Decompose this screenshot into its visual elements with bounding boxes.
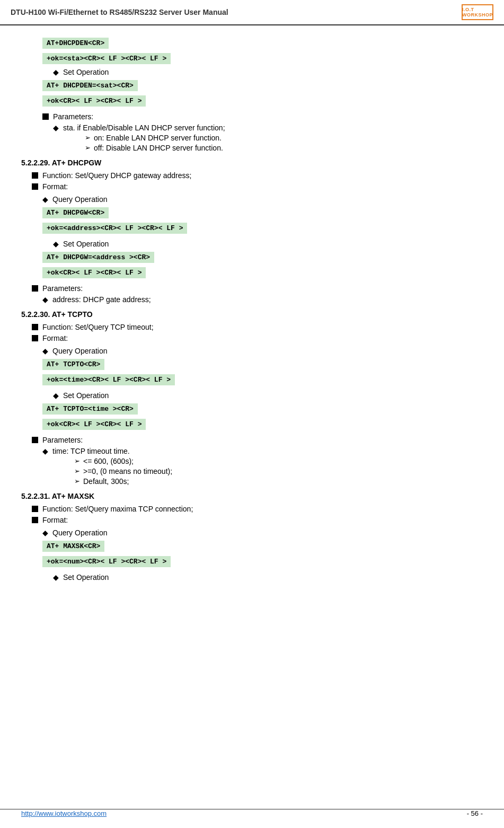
s5230-params-label: Parameters: [42, 436, 83, 444]
s5229-function: Function: Set/Query DHCP gateway address… [32, 171, 483, 180]
s5229-set-op-bullet: ◆ Set Operation [53, 240, 483, 248]
s5230-set-op: Set Operation [63, 391, 109, 400]
diamond-icon-5231-set: ◆ [53, 573, 59, 582]
s5231-format: Format: ◆ Query Operation [32, 516, 483, 537]
s5231-function: Function: Set/Query maxima TCP connectio… [32, 505, 483, 513]
main-content: AT+DHCPDEN<CR> +ok=<sta><CR>< LF ><CR>< … [0, 31, 504, 605]
s5230-code-q2: +ok=<time><CR>< LF ><CR>< LF > [42, 373, 483, 387]
diamond-icon-5229-query: ◆ [42, 195, 48, 204]
footer-page-number: - 56 - [467, 809, 483, 817]
diamond-icon-5230-query: ◆ [42, 347, 48, 355]
code-ok-cr-prev: +ok<CR>< LF ><CR>< LF > [42, 95, 146, 107]
square-icon-5229-fmt [32, 183, 38, 190]
arrow-icon-off: ➢ [85, 144, 91, 152]
param-sta: sta. if Enable/Disable LAN DHCP server f… [63, 124, 225, 132]
square-icon-5230-params [32, 437, 38, 443]
s5230-code-s1: AT+ TCPTO=<time ><CR> [42, 402, 483, 416]
code-atdhcpden: AT+DHCPDEN<CR> [42, 38, 109, 49]
set-op-label-prev: Set Operation [63, 68, 109, 76]
page-footer: http://www.iotworkshop.com - 56 - [0, 809, 504, 817]
square-icon-5230-fmt [32, 335, 38, 341]
s5229-format: Format: ◆ Query Operation [32, 182, 483, 204]
arrow-icon-5230-default: ➢ [74, 477, 80, 485]
s5229-function-text: Function: Set/Query DHCP gateway address… [42, 171, 191, 180]
s5229-set-op: Set Operation [63, 240, 109, 248]
code-maxsk-query: AT+ MAXSK<CR> [42, 541, 104, 552]
code-ok-address-resp: +ok=<address><CR>< LF ><CR>< LF > [42, 223, 187, 234]
code-dhcpgw-set: AT+ DHCPGW=<address ><CR> [42, 252, 154, 263]
s5229-code-q1: AT+ DHCPGW<CR> [42, 206, 483, 220]
code-dhcpgw-query: AT+ DHCPGW<CR> [42, 207, 109, 218]
diamond-icon-1: ◆ [53, 68, 59, 76]
s5230-function: Function: Set/Query TCP timeout; [32, 323, 483, 331]
section-5231-title: 5.2.2.31. AT+ MAXSK [21, 492, 483, 500]
s5231-query-op: Query Operation [52, 528, 108, 537]
arrow-icon-on: ➢ [85, 134, 91, 142]
square-icon-5231-func [32, 506, 38, 512]
diamond-icon-5229-set: ◆ [53, 240, 59, 248]
s5231-set-op: Set Operation [63, 573, 109, 582]
s5231-format-text: Format: [42, 516, 68, 524]
s5230-set-op-bullet: ◆ Set Operation [53, 391, 483, 400]
square-icon-prev-params [42, 113, 49, 120]
prev-params-block: Parameters: ◆ sta. if Enable/Disable LAN… [42, 112, 483, 152]
s5230-param-time: time: TCP timeout time. [52, 447, 130, 455]
s5231-set-op-bullet: ◆ Set Operation [53, 573, 483, 582]
s5230-query-op: Query Operation [52, 347, 108, 355]
square-icon-5229-params [32, 285, 38, 292]
square-icon-5231-fmt [32, 517, 38, 523]
diamond-icon-5231-query: ◆ [42, 528, 48, 537]
square-icon-5229-func [32, 172, 38, 179]
code-ok-sta: +ok=<sta><CR>< LF ><CR>< LF > [42, 53, 171, 64]
s5231-code-q2: +ok=<num><CR>< LF ><CR>< LF > [42, 554, 483, 569]
code-tcpto-query: AT+ TCPTO<CR> [42, 359, 104, 370]
prev-set-op: ◆ Set Operation [53, 68, 483, 76]
arrow-icon-5230-gte: ➢ [74, 467, 80, 475]
s5229-format-text: Format: [42, 182, 68, 191]
prev-code-block-3: AT+ DHCPDEN=<sat><CR> [42, 78, 483, 93]
param-default300: Default, 300s; [83, 477, 129, 486]
diamond-icon-sta: ◆ [53, 124, 59, 132]
logo: I.O.TWORKSHOP [462, 4, 493, 20]
code-ok-time-resp: +ok=<time><CR>< LF ><CR>< LF > [42, 374, 175, 385]
s5230-code-s2: +ok<CR>< LF ><CR>< LF > [42, 417, 483, 431]
code-ok-cr-5229: +ok<CR>< LF ><CR>< LF > [42, 267, 146, 278]
prev-code-block-4: +ok<CR>< LF ><CR>< LF > [42, 94, 483, 108]
footer-url[interactable]: http://www.iotworkshop.com [21, 809, 107, 817]
diamond-icon-5229-addr: ◆ [42, 295, 48, 304]
param-gte0: >=0, (0 means no timeout); [83, 467, 172, 475]
diamond-icon-5230-time: ◆ [42, 447, 48, 455]
arrow-icon-5230-lte: ➢ [74, 457, 80, 465]
code-tcpto-set: AT+ TCPTO=<time ><CR> [42, 403, 138, 415]
s5229-code-q2: +ok=<address><CR>< LF ><CR>< LF > [42, 221, 483, 235]
code-atdhcpden-set: AT+ DHCPDEN=<sat><CR> [42, 80, 138, 91]
s5229-code-s1: AT+ DHCPGW=<address ><CR> [42, 250, 483, 265]
section-5229-title: 5.2.2.29. AT+ DHCPGW [21, 158, 483, 167]
param-lte600: <= 600, (600s); [83, 457, 134, 465]
prev-code-block-1: AT+DHCPDEN<CR> [42, 36, 483, 50]
param-on: on: Enable LAN DHCP server function. [94, 134, 222, 142]
s5230-format-text: Format: [42, 334, 68, 342]
s5231-function-text: Function: Set/Query maxima TCP connectio… [42, 505, 193, 513]
s5229-params-block: Parameters: ◆ address: DHCP gate address… [32, 284, 483, 304]
header-title: DTU-H100 Wi-Fi/Ethernet to RS485/RS232 S… [11, 8, 228, 16]
s5229-params-label: Parameters: [42, 284, 83, 293]
s5229-param-address: address: DHCP gate address; [52, 295, 151, 304]
page-header: DTU-H100 Wi-Fi/Ethernet to RS485/RS232 S… [0, 0, 504, 25]
diamond-icon-5230-set: ◆ [53, 391, 59, 400]
s5230-format: Format: ◆ Query Operation [32, 334, 483, 355]
code-ok-cr-5230: +ok<CR>< LF ><CR>< LF > [42, 419, 146, 430]
section-5230-title: 5.2.2.30. AT+ TCPTO [21, 310, 483, 319]
s5229-query-op: Query Operation [52, 195, 108, 204]
prev-code-block-2: +ok=<sta><CR>< LF ><CR>< LF > [42, 51, 483, 66]
s5231-code-q1: AT+ MAXSK<CR> [42, 539, 483, 553]
s5230-function-text: Function: Set/Query TCP timeout; [42, 323, 154, 331]
logo-text: I.O.TWORKSHOP [462, 7, 493, 17]
s5229-code-s2: +ok<CR>< LF ><CR>< LF > [42, 266, 483, 280]
s5230-params-block: Parameters: ◆ time: TCP timeout time. ➢ … [32, 436, 483, 486]
param-off: off: Disable LAN DHCP server function. [94, 144, 223, 152]
s5230-code-q1: AT+ TCPTO<CR> [42, 357, 483, 372]
prev-params-label: Parameters: [53, 112, 93, 121]
code-ok-num-resp: +ok=<num><CR>< LF ><CR>< LF > [42, 556, 171, 567]
square-icon-5230-func [32, 324, 38, 330]
